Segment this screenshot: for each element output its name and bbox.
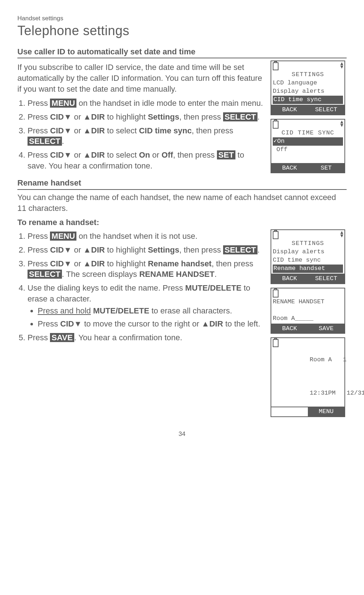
lcd-rename-handset: RENAME HANDSET Room A_____ BACK SAVE	[271, 288, 345, 334]
softkey-back[interactable]: BACK	[271, 164, 308, 173]
lcd-settings-cid: ▲▼ SETTINGS LCD language Display alerts …	[271, 61, 345, 115]
menu-button-label: MENU	[50, 99, 76, 108]
section2-step5: Press SAVE. You hear a confirmation tone…	[28, 332, 264, 343]
section-heading-cid: Use caller ID to automatically set date …	[17, 46, 347, 59]
section1-step1: Press MENU on the handset in idle mode t…	[28, 98, 264, 109]
section2-subheading: To rename a handset:	[17, 217, 347, 228]
softkey-back[interactable]: BACK	[271, 274, 308, 283]
lcd-line: Off	[273, 146, 343, 154]
lcd-name-value: Room A_____	[273, 315, 343, 323]
lcd-cid-time-sync: ▲▼ CID TIME SYNC ✓On Off BACK SET	[271, 119, 345, 174]
battery-icon	[273, 121, 279, 129]
lcd-line: CID time sync	[273, 256, 343, 265]
scroll-arrows-icon: ▲▼	[340, 62, 343, 69]
softkey-back[interactable]: BACK	[271, 105, 308, 115]
section2-bullet1: Press and hold MUTE/DELETE to erase all …	[38, 305, 264, 316]
select-button-label: SELECT	[223, 245, 258, 254]
section2-step3: Press CID▼ or ▲DIR to highlight Rename h…	[28, 258, 264, 280]
softkey-select[interactable]: SELECT	[308, 105, 344, 115]
scroll-arrows-icon: ▲▼	[340, 121, 343, 127]
select-button-label: SELECT	[223, 112, 258, 121]
set-button-label: SET	[217, 150, 235, 159]
up-triangle-icon: ▲	[201, 319, 209, 328]
lcd-line: LCD language	[273, 79, 343, 87]
softkey-save[interactable]: SAVE	[308, 324, 344, 333]
down-triangle-icon: ▼	[64, 150, 72, 159]
battery-icon	[273, 62, 279, 70]
section2-bullet2: Press CID▼ to move the cursor to the rig…	[38, 319, 264, 329]
select-button-label: SELECT	[28, 270, 62, 279]
section1-step2: Press CID▼ or ▲DIR to highlight Settings…	[28, 112, 264, 122]
softkey-set[interactable]: SET	[308, 164, 344, 173]
down-triangle-icon: ▼	[74, 319, 82, 328]
up-triangle-icon: ▲	[83, 245, 91, 254]
down-triangle-icon: ▼	[64, 245, 72, 254]
battery-icon	[273, 339, 279, 347]
section2-step1: Press MENU on the handset when it is not…	[28, 231, 264, 242]
clock-date: 12/31	[347, 390, 364, 396]
up-triangle-icon: ▲	[83, 150, 91, 159]
lcd-line: Display alerts	[273, 87, 343, 96]
select-button-label: SELECT	[28, 137, 62, 146]
up-triangle-icon: ▲	[83, 126, 91, 135]
section1-step4: Press CID▼ or ▲DIR to select On or Off, …	[28, 150, 264, 171]
lcd-title: SETTINGS	[273, 240, 343, 248]
lcd-selected-item: CID time sync	[273, 96, 343, 104]
handset-name: Room A	[310, 356, 332, 363]
section2-intro: You can change the name of each handset,…	[17, 192, 347, 213]
save-button-label: SAVE	[50, 333, 74, 342]
lcd-title: CID TIME SYNC	[273, 129, 343, 137]
page-title: Telephone settings	[17, 22, 347, 40]
down-triangle-icon: ▼	[64, 259, 72, 268]
lcd-title: RENAME HANDSET	[273, 298, 343, 306]
softkey-back[interactable]: BACK	[271, 324, 308, 333]
clock-time: 12:31PM	[310, 390, 335, 396]
lcd-line: Display alerts	[273, 248, 343, 256]
section2-step4: Use the dialing keys to edit the name. P…	[28, 283, 264, 329]
breadcrumb: Handset settings	[17, 14, 347, 23]
softkey-blank	[271, 407, 308, 416]
down-triangle-icon: ▼	[64, 126, 72, 135]
softkey-menu[interactable]: MENU	[308, 407, 344, 416]
up-triangle-icon: ▲	[83, 112, 91, 121]
scroll-arrows-icon: ▲▼	[340, 231, 343, 238]
lcd-title: SETTINGS	[273, 71, 343, 79]
section2-step2: Press CID▼ or ▲DIR to highlight Settings…	[28, 245, 264, 255]
battery-icon	[273, 290, 279, 298]
section-heading-rename: Rename handset	[17, 178, 347, 190]
lcd-selected-item: Rename handset	[273, 265, 343, 273]
menu-button-label: MENU	[50, 232, 76, 241]
lcd-idle-screen: Room A 1 12:31PM 12/31 MENU	[271, 337, 345, 417]
lcd-settings-rename: ▲▼ SETTINGS Display alerts CID time sync…	[271, 229, 345, 284]
handset-number: 1	[343, 356, 347, 363]
battery-icon	[273, 231, 279, 239]
lcd-selected-item: ✓On	[273, 137, 343, 146]
page-number: 34	[17, 430, 347, 438]
up-triangle-icon: ▲	[83, 259, 91, 268]
down-triangle-icon: ▼	[64, 112, 72, 121]
section1-step3: Press CID▼ or ▲DIR to select CID time sy…	[28, 125, 264, 147]
section1-intro: If you subscribe to caller ID service, t…	[17, 62, 264, 94]
softkey-select[interactable]: SELECT	[308, 274, 344, 283]
